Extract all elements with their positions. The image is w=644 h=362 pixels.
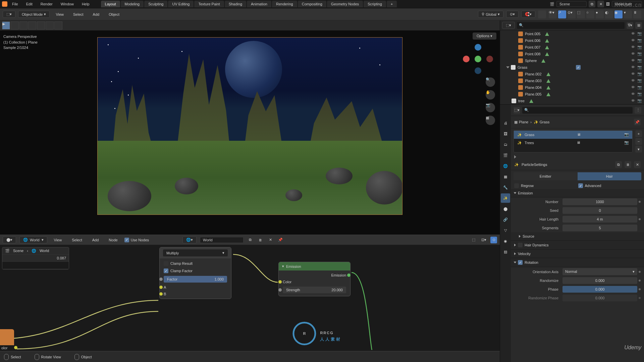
select-menu[interactable]: Select <box>70 11 87 18</box>
randphase-field[interactable]: 0.000 <box>562 295 637 301</box>
mix-node[interactable]: Multiply▾ Clamp Result Clamp Factor Fact… <box>159 247 231 299</box>
outliner-item[interactable]: Point.007👁📷 <box>500 44 644 51</box>
outliner-search[interactable]: 🔍 <box>517 22 625 29</box>
tab-physics-props[interactable]: ⬤ <box>501 204 510 214</box>
outliner-new-coll[interactable]: ⊞ <box>635 22 642 29</box>
ps-browse[interactable]: ⧉ <box>615 161 622 168</box>
tab-sculpting[interactable]: Sculpting <box>144 1 167 7</box>
factor-socket[interactable] <box>159 278 163 281</box>
outliner-item[interactable]: ▭Grass👁📷 <box>500 64 644 71</box>
camera-icon[interactable]: 📷 <box>486 103 495 112</box>
outliner-filter[interactable]: ∇▾ <box>627 22 633 29</box>
render-pause[interactable]: ⏸ <box>633 10 641 18</box>
ps-remove[interactable]: − <box>635 138 642 145</box>
seed-field[interactable]: 0 <box>562 207 637 214</box>
bc-pin[interactable]: 📌 <box>634 119 641 125</box>
tree-world[interactable]: World <box>40 249 49 253</box>
tab-uv[interactable]: UV Editing <box>168 1 194 7</box>
outliner-item[interactable]: Sphere👁📷 <box>500 57 644 64</box>
ne-view[interactable]: View <box>51 237 65 243</box>
advanced-toggle[interactable]: Advanced <box>578 183 641 188</box>
ne-select[interactable]: Select <box>68 237 86 243</box>
proportional-toggle[interactable] <box>538 10 546 18</box>
shading-wireframe[interactable]: ○ <box>586 10 594 18</box>
props-type[interactable]: ⬚▾ <box>514 107 520 114</box>
ne-pin[interactable]: 📌 <box>277 237 284 243</box>
bc-obj[interactable]: Plane <box>519 120 528 124</box>
node-canvas[interactable]: 🎬 Scene › 🌐 World 0.087 olor Mu <box>0 245 500 350</box>
segments-field[interactable]: 5 <box>562 225 637 231</box>
menu-render[interactable]: Render <box>37 1 56 7</box>
tab-constraint-props[interactable]: 🔗 <box>501 215 510 224</box>
perspective-icon[interactable]: ▦ <box>486 116 495 125</box>
tab-rendering[interactable]: Rendering <box>272 1 297 7</box>
tab-render-props[interactable]: 🖨 <box>501 118 510 128</box>
view-menu[interactable]: View <box>52 11 67 18</box>
outliner-item[interactable]: Point.005👁📷 <box>500 31 644 37</box>
tab-particle-props[interactable]: ✨ <box>501 193 510 203</box>
ne-node[interactable]: Node <box>105 237 121 243</box>
hairdyn-panel-header[interactable]: Hair Dynamics <box>511 241 644 250</box>
ne-browse[interactable]: ⧉ <box>247 237 254 243</box>
outliner-item[interactable]: Point.008👁📷 <box>500 51 644 57</box>
tool-select-circle[interactable] <box>19 21 28 29</box>
menu-edit[interactable]: Edit <box>23 1 36 7</box>
tree-value[interactable]: 0.087 <box>2 255 69 262</box>
velocity-panel-header[interactable]: Velocity <box>511 250 644 258</box>
strength-socket[interactable] <box>278 288 282 292</box>
tab-modifier-props[interactable]: 🔧 <box>501 183 510 192</box>
outliner-item[interactable]: Plane.005👁📷 <box>500 91 644 98</box>
snap-dropdown[interactable]: 🧲▾ <box>521 11 535 18</box>
3d-viewport[interactable]: Camera Perspective (1) Collection | Plan… <box>0 31 500 235</box>
ps-new[interactable]: 🗎 <box>625 161 631 168</box>
ne-unlink[interactable]: ✕ <box>267 237 274 243</box>
tab-output-props[interactable]: 🖼 <box>501 129 510 138</box>
strength-field[interactable]: Strength20.000 <box>283 287 346 293</box>
outliner-type[interactable]: ⬚▾ <box>502 22 515 29</box>
tab-add[interactable]: + <box>387 1 397 7</box>
editor-type-dropdown[interactable]: ⬚▾ <box>3 11 15 18</box>
regrow-toggle[interactable]: Regrow <box>514 183 577 188</box>
outliner-item[interactable]: Plane.003👁📷 <box>500 77 644 84</box>
menu-window[interactable]: Window <box>57 1 77 7</box>
particle-system-item[interactable]: ✨Grass🖥📷 <box>514 131 632 139</box>
object-menu[interactable]: Object <box>105 11 123 18</box>
ne-world-field[interactable]: World <box>200 237 244 243</box>
nav-gizmo[interactable] <box>463 44 493 74</box>
options-button[interactable]: Options ▾ <box>473 33 496 40</box>
ne-editor-type[interactable]: ⬤▾ <box>3 236 16 243</box>
tab-animation[interactable]: Animation <box>247 1 271 7</box>
outliner-item[interactable]: Plane.004👁📷 <box>500 84 644 91</box>
xray-toggle[interactable]: ⬚ <box>577 10 585 18</box>
zoom-icon[interactable]: 🔍 <box>486 77 495 87</box>
tab-world-props[interactable]: 🌐 <box>501 161 510 171</box>
scene-field[interactable]: Scene <box>556 1 587 7</box>
color-socket[interactable] <box>278 280 282 284</box>
shading-matprev[interactable]: ◐ <box>605 10 613 18</box>
a-socket[interactable] <box>159 286 163 289</box>
gizmo-toggle[interactable]: ↗ <box>558 10 566 18</box>
axis-field[interactable]: Normal▾ <box>562 268 637 275</box>
app-logo[interactable] <box>2 1 7 7</box>
tab-modeling[interactable]: Modeling <box>121 1 144 7</box>
ne-add[interactable]: Add <box>89 237 102 243</box>
clamp-result-row[interactable]: Clamp Result <box>161 260 230 267</box>
scene-browse-button[interactable]: ⧉ <box>589 1 595 7</box>
add-menu[interactable]: Add <box>90 11 103 18</box>
tab-layout[interactable]: Layout <box>101 1 120 7</box>
tab-object-props[interactable]: ▦ <box>501 172 510 181</box>
emission-panel-header[interactable]: Emission <box>511 189 644 197</box>
tab-data-props[interactable]: ▽ <box>501 226 510 235</box>
tab-scripting[interactable]: Scripting <box>364 1 386 7</box>
outliner-item[interactable]: ▭tree👁📷 <box>500 98 644 104</box>
ne-type-icon[interactable]: 🌐▾ <box>182 236 197 243</box>
mix-mode-select[interactable]: Multiply▾ <box>163 249 228 256</box>
clamp-factor-row[interactable]: Clamp Factor <box>161 267 230 275</box>
overlay-toggle[interactable]: ⊙▾ <box>568 10 576 18</box>
pan-icon[interactable]: ✋ <box>486 90 495 100</box>
shading-rendered[interactable]: ◉ <box>614 10 623 18</box>
tab-texture-props[interactable]: ▨ <box>501 247 510 256</box>
props-search[interactable]: 🔍 <box>522 107 633 114</box>
menu-help[interactable]: Help <box>78 1 93 7</box>
phase-field[interactable]: 0.000 <box>562 286 637 293</box>
